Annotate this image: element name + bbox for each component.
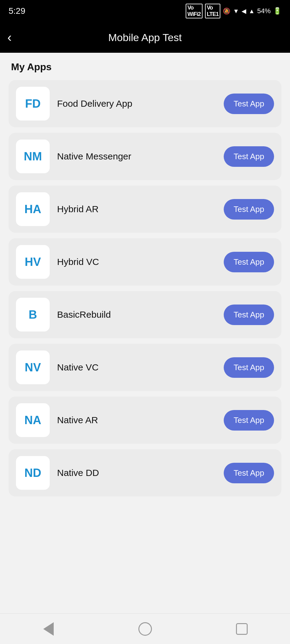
mute-icon: 🔕 [223, 7, 230, 15]
app-card-nv: NVNative VCTest App [9, 344, 281, 391]
app-icon-text-hv: HV [25, 255, 41, 269]
app-card-ha: HAHybrid ARTest App [9, 186, 281, 233]
status-icons: VoWiFi2 VoLTE1 🔕 ▼ ◀ ▲ 54% 🔋 [186, 4, 281, 18]
app-name-fd: Food Delivery App [57, 98, 216, 109]
test-app-button-nv[interactable]: Test App [224, 357, 274, 378]
test-app-button-na[interactable]: Test App [224, 410, 274, 431]
app-icon-hv: HV [16, 245, 50, 279]
nav-title: Mobile App Test [26, 32, 264, 44]
bottom-nav-home-button[interactable] [133, 620, 157, 638]
app-card-fd: FDFood Delivery AppTest App [9, 80, 281, 127]
status-bar: 5:29 VoWiFi2 VoLTE1 🔕 ▼ ◀ ▲ 54% 🔋 [0, 0, 290, 22]
app-icon-na: NA [16, 403, 50, 437]
bottom-nav [0, 613, 290, 644]
signal2-icon: ▲ [249, 8, 255, 15]
app-icon-nm: NM [16, 140, 50, 173]
app-name-nv: Native VC [57, 362, 216, 373]
app-name-hv: Hybrid VC [57, 257, 216, 267]
signal1-icon: ◀ [242, 7, 246, 15]
status-time: 5:29 [9, 6, 25, 16]
section-header: My Apps [0, 53, 290, 78]
nav-back-button[interactable]: ‹ [7, 30, 26, 45]
app-list: FDFood Delivery AppTest AppNMNative Mess… [0, 78, 290, 613]
battery-icon: 🔋 [273, 7, 281, 15]
app-name-ha: Hybrid AR [57, 204, 216, 214]
battery-indicator: 54% [257, 7, 271, 15]
home-nav-icon [138, 622, 152, 636]
app-card-nm: NMNative MessengerTest App [9, 133, 281, 180]
nav-bar: ‹ Mobile App Test [0, 22, 290, 53]
bottom-nav-recent-button[interactable] [230, 620, 254, 638]
test-app-button-hv[interactable]: Test App [224, 252, 274, 272]
test-app-button-fd[interactable]: Test App [224, 94, 274, 114]
app-name-nd: Native DD [57, 468, 216, 478]
test-app-button-b[interactable]: Test App [224, 305, 274, 325]
app-icon-text-nm: NM [24, 150, 42, 163]
app-icon-text-nv: NV [25, 361, 41, 374]
vol-wifi2-icon: VoWiFi2 [186, 4, 203, 18]
app-name-na: Native AR [57, 415, 216, 425]
app-icon-ha: HA [16, 192, 50, 226]
app-card-na: NANative ARTest App [9, 397, 281, 444]
app-icon-nv: NV [16, 351, 50, 384]
vol-lte1-icon: VoLTE1 [205, 4, 221, 18]
back-nav-icon [43, 622, 54, 636]
app-icon-b: B [16, 298, 50, 332]
test-app-button-nm[interactable]: Test App [224, 146, 274, 167]
app-card-nd: NDNative DDTest App [9, 449, 281, 496]
recent-nav-icon [236, 623, 248, 635]
app-icon-text-b: B [29, 308, 37, 321]
app-icon-fd: FD [16, 87, 50, 121]
app-icon-text-ha: HA [25, 203, 41, 216]
bottom-nav-back-button[interactable] [36, 620, 61, 638]
test-app-button-ha[interactable]: Test App [224, 199, 274, 220]
app-icon-nd: ND [16, 456, 50, 490]
app-icon-text-nd: ND [25, 466, 41, 480]
app-icon-text-fd: FD [25, 97, 41, 110]
test-app-button-nd[interactable]: Test App [224, 463, 274, 483]
app-card-b: BBasicRebuildTest App [9, 291, 281, 338]
app-name-nm: Native Messenger [57, 151, 216, 162]
wifi-icon: ▼ [233, 8, 239, 15]
app-icon-text-na: NA [25, 414, 41, 427]
app-name-b: BasicRebuild [57, 309, 216, 320]
app-card-hv: HVHybrid VCTest App [9, 238, 281, 286]
